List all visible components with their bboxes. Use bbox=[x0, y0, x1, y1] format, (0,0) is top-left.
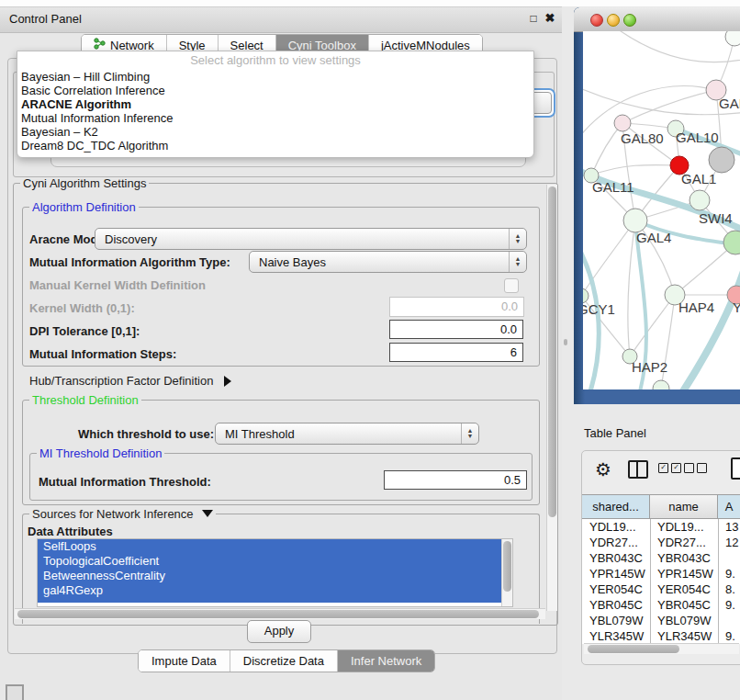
dpi-tolerance-field[interactable]: 0.0 bbox=[389, 320, 523, 339]
which-threshold-label: Which threshold to use: bbox=[78, 427, 214, 441]
table-row[interactable]: YER054CYER054C8. bbox=[582, 581, 740, 597]
mi-steps-field[interactable]: 6 bbox=[389, 343, 523, 362]
network-node[interactable] bbox=[709, 147, 734, 173]
network-node[interactable] bbox=[653, 380, 669, 390]
which-threshold-combo[interactable]: MI Threshold ▲▼ bbox=[215, 423, 479, 445]
table-row[interactable]: YLR345WYLR345W9. bbox=[582, 628, 740, 644]
chevron-right-icon bbox=[224, 376, 231, 387]
table-cell: YLR345W bbox=[582, 628, 650, 644]
tab-discretize-data[interactable]: Discretize Data bbox=[230, 650, 338, 672]
table-cell: YDR27... bbox=[582, 535, 650, 550]
node-label: GAL11 bbox=[592, 179, 634, 195]
sources-group-title[interactable]: Sources for Network Inference bbox=[29, 507, 216, 521]
app-root: Control Panel □ ✖ NetworkStyleSelectCyni… bbox=[0, 0, 740, 700]
data-attributes-list[interactable]: SelfLoopsTopologicalCoefficientBetweenne… bbox=[37, 538, 513, 607]
network-node-gal80[interactable] bbox=[614, 115, 631, 131]
table-cell: YDL19... bbox=[650, 519, 718, 535]
network-canvas[interactable]: GAL7GAL80GAL10GAL1GAL11SWI4GAL4GCY1HAP4Y… bbox=[583, 31, 740, 390]
algorithm-option[interactable]: Basic Correlation Inference bbox=[20, 84, 526, 97]
tab-infer-network[interactable]: Infer Network bbox=[338, 650, 434, 672]
tab-impute-data[interactable]: Impute Data bbox=[139, 650, 230, 672]
attribute-list-scrollbar[interactable] bbox=[501, 539, 512, 606]
which-threshold-value: MI Threshold bbox=[216, 427, 461, 441]
data-attributes-label: Data Attributes bbox=[28, 525, 113, 538]
table-horizontal-scrollbar[interactable] bbox=[584, 643, 739, 654]
network-graph[interactable]: GAL7GAL80GAL10GAL1GAL11SWI4GAL4GCY1HAP4Y… bbox=[583, 31, 740, 390]
minimized-panel-icon[interactable] bbox=[6, 684, 24, 700]
attribute-item-selected[interactable]: SelfLoops bbox=[38, 539, 512, 554]
table-cell: YBR045C bbox=[650, 597, 718, 613]
attribute-item-partial[interactable] bbox=[38, 598, 512, 603]
node-label: SWI4 bbox=[699, 210, 733, 226]
combo-arrows-icon: ▲▼ bbox=[509, 252, 526, 272]
network-edge[interactable] bbox=[591, 164, 679, 175]
top-strip bbox=[0, 0, 740, 6]
table-cell bbox=[718, 550, 740, 566]
column-header-name[interactable]: name bbox=[650, 495, 718, 518]
kernel-width-field[interactable]: 0.0 bbox=[389, 297, 524, 317]
table-cell: 9. bbox=[718, 628, 740, 644]
network-node[interactable] bbox=[725, 31, 740, 46]
mi-threshold-field[interactable]: 0.5 bbox=[384, 470, 527, 490]
table-row[interactable]: YDL19...YDL19...13 bbox=[582, 519, 740, 535]
table-row[interactable]: YBL079WYBL079W bbox=[582, 613, 740, 628]
mi-type-combo[interactable]: Naive Bayes ▲▼ bbox=[249, 251, 527, 273]
node-label: GAL1 bbox=[681, 171, 716, 186]
network-edge[interactable] bbox=[628, 220, 635, 356]
columns-icon[interactable] bbox=[628, 460, 648, 479]
table-cell: 8. bbox=[718, 581, 740, 597]
node-label: GAL7 bbox=[719, 96, 740, 111]
node-label: HAP4 bbox=[678, 299, 714, 315]
apply-button[interactable]: Apply bbox=[247, 620, 311, 643]
algorithm-option[interactable]: Mutual Information Inference bbox=[20, 111, 526, 125]
kernel-width-label: Kernel Width (0,1): bbox=[29, 301, 135, 315]
dpi-tolerance-label: DPI Tolerance [0,1]: bbox=[29, 324, 140, 338]
export-table-icon[interactable] bbox=[731, 457, 740, 480]
hub-definition-toggle[interactable]: Hub/Transcription Factor Definition bbox=[29, 374, 231, 388]
table-row[interactable]: YPR145WYPR145W9. bbox=[582, 566, 740, 581]
table-row[interactable]: YBR045CYBR045C9. bbox=[582, 597, 740, 613]
float-icon[interactable]: □ bbox=[527, 12, 540, 25]
table-cell: YBL079W bbox=[650, 613, 718, 628]
node-label: GCY1 bbox=[583, 301, 615, 317]
mi-threshold-label: Mutual Information Threshold: bbox=[39, 475, 211, 489]
minimize-traffic-icon[interactable] bbox=[607, 14, 620, 27]
column-header-shared[interactable]: shared... bbox=[582, 495, 650, 518]
node-label: HAP2 bbox=[632, 359, 667, 375]
settings-horizontal-scrollbar[interactable] bbox=[15, 608, 545, 619]
algorithm-option[interactable]: ARACNE Algorithm bbox=[20, 97, 526, 111]
attribute-item-selected[interactable]: TopologicalCoefficient bbox=[38, 554, 512, 569]
mi-type-label: Mutual Information Algorithm Type: bbox=[29, 255, 230, 269]
manual-kernel-checkbox[interactable] bbox=[504, 278, 519, 293]
table-row[interactable]: YBR043CYBR043C bbox=[582, 550, 740, 566]
settings-vertical-scrollbar[interactable] bbox=[546, 185, 557, 611]
algorithm-option[interactable]: Bayesian – K2 bbox=[20, 125, 526, 139]
network-node-swi4[interactable] bbox=[690, 190, 710, 210]
column-separator bbox=[718, 519, 719, 644]
network-window-titlebar[interactable] bbox=[574, 7, 740, 32]
close-traffic-icon[interactable] bbox=[590, 14, 603, 27]
table-cell bbox=[718, 613, 740, 628]
clear-checkboxes-icon[interactable] bbox=[684, 463, 707, 473]
select-all-checkboxes-icon[interactable]: ✓✓ bbox=[658, 463, 681, 473]
algorithm-dropdown-popup: Select algorithm to view settings Bayesi… bbox=[17, 51, 534, 158]
close-icon[interactable]: ✖ bbox=[544, 12, 556, 25]
algorithm-option[interactable]: Dream8 DC_TDC Algorithm bbox=[20, 139, 526, 152]
network-edge[interactable] bbox=[611, 31, 740, 62]
sources-title-text: Sources for Network Inference bbox=[32, 507, 194, 521]
manual-kernel-label: Manual Kernel Width Definition bbox=[29, 278, 206, 292]
table-panel-title: Table Panel bbox=[584, 426, 646, 440]
attribute-item-selected[interactable]: gal4RGexp bbox=[38, 583, 512, 598]
gear-icon[interactable]: ⚙ bbox=[595, 460, 611, 479]
table-cell: YBR043C bbox=[650, 550, 718, 566]
column-header-a[interactable]: A bbox=[718, 495, 740, 518]
table-row[interactable]: YDR27...YDR27...12 bbox=[582, 535, 740, 550]
aracne-mode-combo[interactable]: Discovery ▲▼ bbox=[95, 228, 527, 250]
splitter-handle[interactable] bbox=[564, 339, 567, 345]
table-cell: YPR145W bbox=[650, 566, 718, 581]
algorithm-definition-title: Algorithm Definition bbox=[29, 200, 139, 214]
network-edge-highlighted[interactable] bbox=[679, 263, 740, 390]
algorithm-option[interactable]: Bayesian – Hill Climbing bbox=[20, 70, 526, 84]
attribute-item-selected[interactable]: BetweennessCentrality bbox=[38, 569, 512, 583]
zoom-traffic-icon[interactable] bbox=[623, 14, 636, 27]
